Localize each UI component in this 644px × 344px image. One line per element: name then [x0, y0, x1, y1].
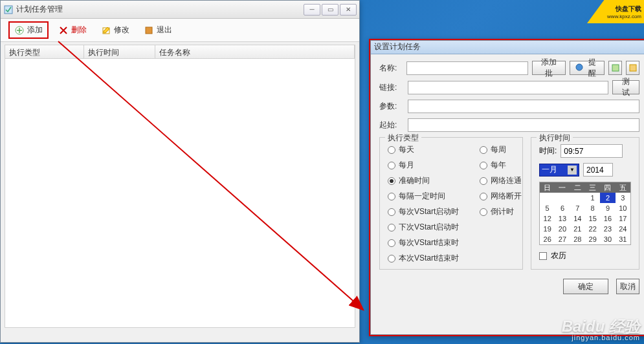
remind-icon [575, 63, 583, 73]
lunar-checkbox[interactable] [539, 252, 547, 260]
edit-button[interactable]: 修改 [96, 23, 134, 38]
time-input[interactable] [561, 144, 623, 158]
svg-rect-3 [146, 27, 152, 34]
settings-body: 名称: 添加批 提醒 链接: 测试 参数: 起始: 执行类型 [370, 54, 644, 301]
cal-day[interactable]: 17 [616, 213, 630, 224]
cal-day[interactable]: 28 [570, 234, 585, 244]
svg-point-4 [576, 64, 583, 70]
cal-day[interactable]: 7 [570, 203, 585, 213]
cal-day[interactable]: 6 [555, 203, 570, 213]
settings-titlebar[interactable]: 设置计划任务 [370, 40, 644, 54]
cal-day[interactable]: 30 [600, 234, 615, 244]
col-exec-time[interactable]: 执行时间 [84, 45, 155, 58]
radio-countdown[interactable]: 倒计时 [480, 206, 522, 217]
time-label: 时间: [539, 145, 557, 156]
minimize-button[interactable]: ─ [304, 4, 320, 16]
radio-each-end[interactable]: 每次VStart结束时 [388, 237, 459, 248]
cal-day[interactable]: 12 [540, 213, 555, 224]
radio-monthly[interactable]: 每月 [388, 160, 459, 171]
titlebar[interactable]: 计划任务管理 ─ ▭ ✕ [1, 1, 359, 19]
radio-weekly[interactable]: 每周 [480, 144, 522, 155]
extra-icon-1[interactable] [608, 61, 622, 75]
radio-net-on[interactable]: 网络连通 [480, 175, 522, 186]
cal-day[interactable] [570, 193, 585, 203]
cal-day[interactable] [540, 193, 555, 203]
add-batch-button[interactable]: 添加批 [532, 61, 566, 75]
ok-button[interactable]: 确定 [563, 279, 608, 294]
test-button[interactable]: 测试 [612, 80, 639, 94]
svg-rect-6 [630, 65, 636, 71]
radio-exact[interactable]: 准确时间 [388, 175, 459, 186]
exit-icon [144, 25, 154, 36]
month-select[interactable]: 一月 ▼ [539, 164, 579, 177]
label-name: 名称: [379, 63, 403, 74]
exec-type-group: 执行类型 每天 每月 准确时间 每隔一定时间 每次VStart启动时 下次VSt… [379, 137, 523, 270]
row-name: 名称: 添加批 提醒 [379, 61, 639, 75]
svg-rect-5 [612, 65, 619, 71]
cal-day[interactable] [555, 193, 570, 203]
params-input[interactable] [408, 100, 639, 113]
remind-button[interactable]: 提醒 [570, 61, 605, 75]
task-settings-window: 设置计划任务 名称: 添加批 提醒 链接: 测试 参数: 起始: [369, 39, 644, 336]
cal-day[interactable]: 24 [616, 224, 630, 234]
cal-day[interactable]: 29 [585, 234, 600, 244]
close-button[interactable]: ✕ [340, 4, 357, 16]
cal-day[interactable]: 15 [585, 213, 600, 224]
add-label: 添加 [27, 25, 43, 36]
extra-icon-2[interactable] [626, 61, 639, 75]
cal-day[interactable]: 3 [616, 193, 630, 203]
radio-each-start[interactable]: 每次VStart启动时 [388, 206, 459, 217]
delete-button[interactable]: 删除 [54, 23, 91, 38]
cal-day[interactable]: 14 [570, 213, 585, 224]
radio-interval[interactable]: 每隔一定时间 [388, 191, 459, 202]
cal-day[interactable]: 10 [616, 203, 630, 213]
radio-this-end[interactable]: 本次VStart结束时 [388, 253, 459, 264]
cal-day[interactable]: 27 [555, 234, 570, 244]
cal-day[interactable]: 19 [540, 224, 555, 234]
delete-label: 删除 [71, 25, 87, 36]
radio-daily[interactable]: 每天 [388, 144, 459, 155]
cal-day[interactable]: 22 [585, 224, 600, 234]
cal-day[interactable]: 26 [540, 234, 555, 244]
exit-button[interactable]: 退出 [139, 23, 177, 38]
cal-day[interactable]: 13 [555, 213, 570, 224]
cal-day[interactable]: 31 [616, 234, 630, 244]
cal-day[interactable]: 23 [600, 224, 615, 234]
cal-day[interactable]: 9 [600, 203, 615, 213]
exec-type-legend: 执行类型 [385, 133, 421, 144]
task-list[interactable] [5, 59, 355, 328]
year-input[interactable] [583, 163, 613, 177]
start-input[interactable] [408, 118, 639, 132]
edit-label: 修改 [114, 25, 129, 36]
label-link: 链接: [379, 82, 404, 93]
radio-yearly[interactable]: 每年 [480, 160, 522, 171]
watermark: Baidu 经验 jingyan.baidu.com [562, 319, 640, 341]
task-manager-window: 计划任务管理 ─ ▭ ✕ 添加 删除 修改 退出 执行类型 执行时间 任务名称 [0, 0, 360, 343]
cal-day[interactable]: 5 [540, 203, 555, 213]
cal-day[interactable]: 2 [600, 193, 615, 203]
name-input[interactable] [406, 61, 528, 75]
link-input[interactable] [408, 81, 608, 94]
add-button[interactable]: 添加 [8, 21, 49, 39]
list-header: 执行类型 执行时间 任务名称 [5, 45, 355, 59]
row-link: 链接: 测试 [379, 80, 639, 94]
cal-day[interactable]: 21 [570, 224, 585, 234]
cal-day[interactable]: 8 [585, 203, 600, 213]
badge-line2: www.kpxz.com [607, 14, 641, 19]
maximize-button[interactable]: ▭ [322, 4, 339, 16]
chevron-down-icon: ▼ [568, 166, 577, 175]
radio-next-start[interactable]: 下次VStart启动时 [388, 222, 459, 233]
corner-badge: 快盘下载 www.kpxz.com [587, 0, 644, 23]
watermark-main: Baidu 经验 [562, 319, 640, 334]
cal-day[interactable]: 16 [600, 213, 615, 224]
col-task-name[interactable]: 任务名称 [155, 45, 355, 58]
cal-day[interactable]: 20 [555, 224, 570, 234]
radio-net-off[interactable]: 网络断开 [480, 191, 522, 202]
cancel-button[interactable]: 取消 [616, 279, 639, 294]
col-exec-type[interactable]: 执行类型 [5, 45, 84, 58]
add-icon [14, 25, 25, 36]
calendar[interactable]: 日一二三四五1235678910121314151617192021222324… [539, 182, 631, 245]
delete-icon [58, 25, 69, 36]
cal-day[interactable]: 1 [585, 193, 600, 203]
label-params: 参数: [379, 101, 404, 112]
